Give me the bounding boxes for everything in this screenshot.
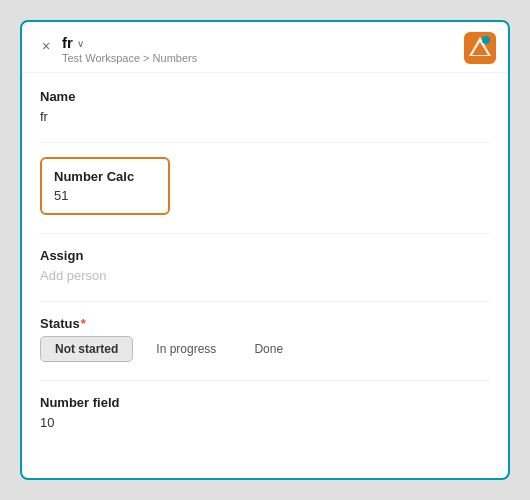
add-person-placeholder[interactable]: Add person <box>40 268 490 283</box>
modal-container: × fr ∨ Test Workspace > Numbers Name fr <box>20 20 510 480</box>
name-label: Name <box>40 89 490 104</box>
status-section: Status* Not started In progress Done <box>40 316 490 362</box>
calc-card[interactable]: Number Calc 51 <box>40 157 170 215</box>
status-label: Status* <box>40 316 490 331</box>
number-field-section: Number field 10 <box>40 395 490 430</box>
divider-1 <box>40 142 490 143</box>
divider-3 <box>40 301 490 302</box>
status-in-progress[interactable]: In progress <box>141 336 231 362</box>
header-title-group: fr ∨ Test Workspace > Numbers <box>62 34 197 64</box>
required-star: * <box>81 316 86 331</box>
number-field-value: 10 <box>40 415 490 430</box>
calc-section: Number Calc 51 <box>40 157 490 215</box>
number-field-label: Number field <box>40 395 490 410</box>
app-logo <box>464 32 496 64</box>
chevron-down-icon[interactable]: ∨ <box>77 38 84 49</box>
divider-4 <box>40 380 490 381</box>
status-buttons: Not started In progress Done <box>40 336 490 362</box>
name-value: fr <box>40 109 490 124</box>
name-section: Name fr <box>40 89 490 124</box>
breadcrumb: Test Workspace > Numbers <box>62 52 197 64</box>
assign-section: Assign Add person <box>40 248 490 283</box>
svg-point-3 <box>482 36 490 44</box>
assign-label: Assign <box>40 248 490 263</box>
header-title-row: fr ∨ <box>62 34 197 51</box>
close-button[interactable]: × <box>36 36 56 56</box>
status-done[interactable]: Done <box>239 336 298 362</box>
calc-card-value: 51 <box>54 188 156 203</box>
divider-2 <box>40 233 490 234</box>
modal-body: Name fr Number Calc 51 Assign Add person… <box>22 73 508 478</box>
calc-card-title: Number Calc <box>54 169 156 184</box>
modal-header: × fr ∨ Test Workspace > Numbers <box>22 22 508 73</box>
modal-title: fr <box>62 34 73 51</box>
status-not-started[interactable]: Not started <box>40 336 133 362</box>
